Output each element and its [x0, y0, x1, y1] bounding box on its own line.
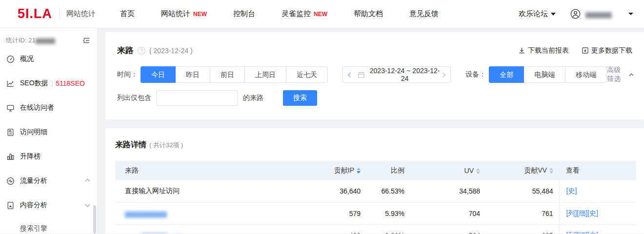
time-option-day-before[interactable]: 前日: [210, 66, 245, 83]
col-view-header: 查看: [559, 161, 636, 180]
time-option-yesterday[interactable]: 昨日: [175, 66, 210, 83]
nav-site-stats[interactable]: 网站统计 NEW: [161, 9, 207, 19]
contain-suffix-label: 的来路: [243, 94, 263, 102]
nav-console[interactable]: 控制台: [233, 9, 255, 19]
sidebar-collapse-icon[interactable]: [82, 37, 90, 44]
search-button[interactable]: 搜索: [283, 90, 317, 106]
next-date-icon[interactable]: [441, 72, 446, 77]
history-link[interactable]: [史]: [587, 209, 598, 217]
list-link[interactable]: [列]: [566, 209, 577, 217]
main-content: 来路 ? ( 2023-12-24 ) 下载当前报表 更多数据下载: [98, 28, 644, 234]
download-current-report-button[interactable]: 下载当前报表: [518, 46, 569, 55]
col-ip-header[interactable]: 贡献IP: [305, 161, 366, 180]
time-option-last-7-days[interactable]: 近七天: [286, 66, 328, 83]
col-source-header: 来路: [115, 161, 305, 180]
sidebar-item-label: 访问明细: [20, 128, 47, 136]
history-link[interactable]: [史]: [587, 231, 598, 234]
referrer-card: 来路 ? ( 2023-12-24 ) 下载当前报表 更多数据下载: [105, 32, 644, 119]
sidebar-item-search-engine[interactable]: 搜索引擎: [0, 217, 97, 234]
site-id-label: 统计ID: 21▆▆▆▆: [6, 36, 55, 45]
referrer-link-prefix[interactable]: www.: [125, 232, 141, 234]
logo-divider: [59, 9, 60, 20]
table-row: 直接输入网址访问 36,640 66.53% 34,588 55,484 [史]: [115, 180, 636, 202]
table-row: www.▆▆▆▆▆.com 432 3.33% 564 625 [列][细][史…: [115, 224, 636, 234]
ratio-cell: 3.33%: [366, 224, 410, 234]
time-option-today[interactable]: 今日: [141, 66, 176, 83]
sort-icon-uv[interactable]: [476, 168, 480, 174]
nav-lingque-monitor[interactable]: 灵雀监控 NEW: [282, 9, 327, 19]
user-avatar-icon[interactable]: [570, 9, 581, 19]
list-link[interactable]: [列]: [566, 231, 577, 234]
report-date: ( 2023-12-24 ): [149, 47, 193, 55]
sort-icon-ip[interactable]: [357, 168, 361, 174]
source-cell: ▆▆▆▆▆▆▆▆: [115, 202, 305, 224]
masked-referrer-link[interactable]: ▆▆▆▆▆.com: [141, 232, 182, 234]
sidebar-item-traffic-analysis[interactable]: 流量分析: [0, 169, 97, 193]
col-uv-header[interactable]: UV: [410, 161, 486, 180]
nav-home-label: 首页: [120, 9, 135, 19]
sidebar-item-seo-data[interactable]: SEO数据 | 5118SEO: [0, 71, 97, 96]
nav-feedback-label: 意见反馈: [409, 9, 439, 19]
device-option-all[interactable]: 全部: [489, 66, 524, 83]
nav-feedback[interactable]: 意见反馈: [409, 9, 439, 19]
sidebar-item-online-visitors[interactable]: 在线访问者: [0, 96, 97, 120]
ip-cell: 36,640: [305, 180, 366, 202]
forum-label: 欢乐论坛: [519, 9, 548, 19]
nav-lingque-monitor-label: 灵雀监控: [282, 9, 311, 19]
sidebar-item-rank-changes[interactable]: 升降榜: [0, 144, 97, 169]
divider: |: [52, 79, 54, 87]
history-link[interactable]: [史]: [566, 187, 577, 195]
sidebar-item-label: 内容分析: [20, 201, 47, 210]
username-masked[interactable]: ▆▆▆▆▆: [585, 10, 625, 18]
device-option-pc[interactable]: 电脑端: [523, 66, 565, 83]
advanced-filter-label: 高级筛选: [607, 66, 626, 83]
col-ratio-header: 比例: [366, 161, 410, 180]
site-id-prefix: 统计ID: 21: [6, 37, 36, 44]
view-cell: [史]: [559, 180, 636, 202]
chevron-up-icon: [629, 73, 633, 78]
section-title: 来路详情: [115, 140, 146, 150]
masked-referrer-link[interactable]: ▆▆▆▆▆▆▆▆: [125, 210, 167, 217]
date-range-picker[interactable]: 2023-12-24 ~ 2023-12-24: [342, 66, 451, 83]
5118seo-link[interactable]: 5118SEO: [56, 79, 85, 87]
table-row: ▆▆▆▆▆▆▆▆ 579 5.93% 704 761 [列][细][史]: [115, 202, 636, 224]
sidebar-item-overview[interactable]: 概况: [0, 47, 97, 71]
detail-link[interactable]: [细]: [577, 231, 587, 234]
forum-dropdown[interactable]: 欢乐论坛: [519, 9, 556, 19]
contain-prefix-label: 列出仅包含: [117, 94, 151, 102]
sidebar-item-label: SEO数据: [20, 79, 48, 88]
vv-cell: 625: [486, 224, 559, 234]
sidebar-scrollbar[interactable]: [93, 205, 96, 234]
source-cell: 直接输入网址访问: [115, 180, 305, 202]
ratio-cell: 66.53%: [366, 180, 410, 202]
source-cell: www.▆▆▆▆▆.com: [115, 224, 305, 234]
sort-icon-vv[interactable]: [549, 168, 553, 174]
time-button-group: 今日 昨日 前日 上周日 近七天: [141, 66, 328, 83]
col-vv-header[interactable]: 贡献VV: [486, 161, 559, 180]
caret-down-icon[interactable]: [628, 13, 633, 15]
more-data-download-button[interactable]: 更多数据下载: [582, 46, 632, 55]
51la-logo[interactable]: 5I.LA: [18, 6, 52, 21]
topbar-right: 欢乐论坛 ▆▆▆▆▆: [519, 9, 633, 19]
help-icon[interactable]: ?: [138, 47, 145, 55]
nav-home[interactable]: 首页: [120, 9, 135, 19]
download-icon: [518, 47, 525, 54]
total-count-note: ( 共计32项 ): [149, 141, 183, 150]
detail-link[interactable]: [细]: [577, 209, 587, 217]
line-chart-icon: [6, 79, 15, 88]
nav-console-label: 控制台: [233, 9, 255, 19]
sidebar-item-label: 在线访问者: [20, 103, 54, 112]
ip-cell: 579: [305, 202, 366, 224]
sidebar-item-visit-detail[interactable]: 访问明细: [0, 120, 97, 144]
referrer-details-card: 来路详情 ( 共计32项 ) 来路 贡献IP 比例 UV: [105, 128, 644, 234]
contain-keyword-input[interactable]: [156, 90, 238, 106]
device-option-mobile[interactable]: 移动端: [565, 66, 607, 83]
sidebar-item-content-analysis[interactable]: 内容分析: [0, 193, 97, 217]
content-page-icon: [6, 201, 15, 210]
time-option-last-sunday[interactable]: 上周日: [244, 66, 286, 83]
date-range-value: 2023-12-24 ~ 2023-12-24: [368, 67, 442, 82]
nav-help-docs[interactable]: 帮助文档: [354, 9, 383, 19]
sidebar-item-label: 搜索引擎: [20, 224, 47, 233]
prev-date-icon[interactable]: [348, 72, 353, 77]
advanced-filter-toggle[interactable]: 高级筛选: [607, 66, 632, 83]
